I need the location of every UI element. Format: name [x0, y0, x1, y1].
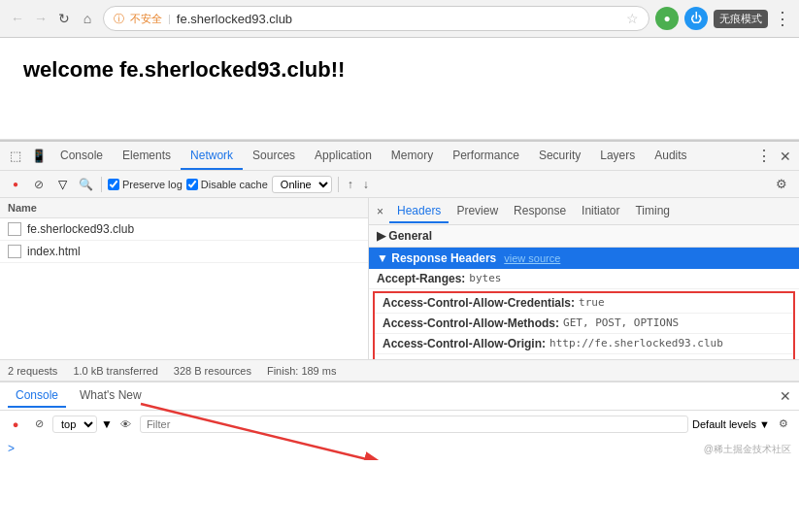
- tab-layers[interactable]: Layers: [590, 143, 645, 170]
- file-list-header: Name: [0, 198, 368, 218]
- detail-tab-initiator[interactable]: Initiator: [574, 200, 627, 223]
- more-tabs-icon[interactable]: ⋮: [752, 147, 776, 165]
- more-button[interactable]: ⋮: [774, 8, 791, 29]
- console-stop-button[interactable]: ⊘: [29, 415, 49, 434]
- resources-size: 328 B resources: [174, 365, 251, 377]
- back-button[interactable]: ←: [8, 9, 27, 28]
- header-value: GET, POST, OPTIONS: [563, 316, 679, 330]
- console-levels-select[interactable]: Default levels ▼: [692, 418, 770, 430]
- detail-tab-response[interactable]: Response: [506, 200, 574, 223]
- import-har-button[interactable]: ↑: [345, 178, 356, 191]
- header-row: Accept-Ranges: bytes: [369, 269, 799, 289]
- view-source-link[interactable]: view source: [504, 252, 560, 264]
- toolbar-divider-2: [338, 177, 339, 192]
- devtools-main: Name fe.sherlocked93.club index.html × H…: [0, 198, 799, 359]
- filter-button[interactable]: ▽: [52, 175, 72, 194]
- tab-security[interactable]: Security: [529, 143, 590, 170]
- transferred-size: 1.0 kB transferred: [73, 365, 157, 377]
- tab-memory[interactable]: Memory: [382, 143, 443, 170]
- close-devtools-icon[interactable]: ✕: [776, 149, 795, 164]
- separator: |: [168, 13, 171, 24]
- detail-tab-headers[interactable]: Headers: [389, 200, 449, 223]
- stop-recording-button[interactable]: ⊘: [29, 175, 49, 194]
- preserve-log-text: Preserve log: [122, 179, 183, 190]
- page-content: welcome fe.sherlocked93.club!!: [0, 38, 799, 140]
- inspect-element-icon[interactable]: ⬚: [4, 145, 27, 168]
- nav-buttons: ← → ↻ ⌂: [8, 9, 97, 28]
- console-tab-whats-new[interactable]: What's New: [72, 384, 150, 408]
- reload-button[interactable]: ↻: [54, 9, 74, 28]
- address-bar[interactable]: ⓘ 不安全 | fe.sherlocked93.club ☆: [103, 6, 649, 31]
- tab-performance[interactable]: Performance: [443, 143, 529, 170]
- throttle-select[interactable]: Online: [272, 176, 332, 193]
- detail-tab-preview[interactable]: Preview: [449, 200, 506, 223]
- header-value: bytes: [469, 272, 501, 285]
- close-console-icon[interactable]: ✕: [780, 388, 791, 404]
- tab-elements[interactable]: Elements: [113, 143, 181, 170]
- disable-cache-text: Disable cache: [201, 179, 268, 190]
- page-title: welcome fe.sherlocked93.club!!: [23, 57, 776, 83]
- file-list: Name fe.sherlocked93.club index.html: [0, 198, 369, 359]
- detail-tab-timing[interactable]: Timing: [627, 200, 678, 223]
- devtools-tabs: ⬚ 📱 Console Elements Network Sources App…: [0, 142, 799, 171]
- detail-panel: × Headers Preview Response Initiator Tim…: [369, 198, 799, 359]
- requests-count: 2 requests: [8, 365, 57, 377]
- action-button-green[interactable]: ●: [655, 7, 679, 30]
- search-button[interactable]: 🔍: [76, 175, 95, 194]
- disable-cache-checkbox[interactable]: [186, 179, 198, 190]
- response-headers-title: ▼ Response Headers: [377, 251, 496, 265]
- console-bar: Console What's New ✕: [0, 381, 799, 410]
- tab-network[interactable]: Network: [181, 143, 243, 170]
- tab-sources[interactable]: Sources: [243, 143, 305, 170]
- browser-actions: ● ⏻ 无痕模式 ⋮: [655, 7, 791, 30]
- tab-application[interactable]: Application: [305, 143, 382, 170]
- tab-console[interactable]: Console: [50, 143, 113, 170]
- header-row: Access-Control-Allow-Methods: GET, POST,…: [375, 314, 793, 334]
- general-section-header[interactable]: ▶ General: [369, 225, 799, 248]
- header-name: Accept-Ranges:: [377, 272, 465, 285]
- file-icon: [8, 245, 21, 258]
- console-input-bar: ● ⊘ top ▼ 👁 Default levels ▼ ⚙: [0, 410, 799, 437]
- console-prompt-icon: >: [8, 442, 15, 455]
- close-detail-icon[interactable]: ×: [377, 205, 383, 218]
- status-bar: 2 requests 1.0 kB transferred 328 B reso…: [0, 359, 799, 381]
- console-context-select[interactable]: top: [52, 416, 97, 433]
- list-item[interactable]: index.html: [0, 241, 368, 263]
- console-settings-button[interactable]: ⚙: [774, 415, 793, 434]
- record-button[interactable]: ●: [6, 175, 25, 194]
- export-har-button[interactable]: ↓: [360, 178, 372, 191]
- console-tab-console[interactable]: Console: [8, 384, 66, 408]
- list-item[interactable]: fe.sherlocked93.club: [0, 218, 368, 241]
- home-button[interactable]: ⌂: [78, 9, 97, 28]
- action-button-blue[interactable]: ⏻: [684, 7, 708, 30]
- bookmark-icon[interactable]: ☆: [626, 11, 639, 26]
- address-text: fe.sherlocked93.club: [177, 12, 620, 26]
- network-settings-icon[interactable]: ⚙: [770, 173, 793, 196]
- console-filter-input[interactable]: [140, 416, 688, 433]
- console-record-button[interactable]: ●: [6, 415, 25, 434]
- header-value: http://fe.sherlocked93.club: [549, 337, 723, 350]
- devtools-panel: ⬚ 📱 Console Elements Network Sources App…: [0, 140, 799, 460]
- mode-label: 无痕模式: [714, 10, 768, 28]
- insecure-label: 不安全: [130, 12, 162, 26]
- general-section-title: ▶ General: [377, 229, 432, 243]
- tab-audits[interactable]: Audits: [645, 143, 696, 170]
- forward-button[interactable]: →: [31, 9, 50, 28]
- console-triangle-icon: ▼: [101, 417, 113, 431]
- browser-toolbar: ← → ↻ ⌂ ⓘ 不安全 | fe.sherlocked93.club ☆ ●…: [0, 0, 799, 37]
- preserve-log-checkbox[interactable]: [108, 179, 119, 190]
- file-name: index.html: [27, 245, 81, 258]
- header-name: Access-Control-Allow-Methods:: [383, 316, 559, 330]
- device-toolbar-icon[interactable]: 📱: [27, 145, 50, 168]
- watermark: @稀土掘金技术社区: [704, 443, 791, 456]
- finish-time: Finish: 189 ms: [267, 365, 337, 377]
- file-name: fe.sherlocked93.club: [27, 222, 134, 236]
- header-value: true: [579, 296, 605, 310]
- header-name: Access-Control-Allow-Credentials:: [383, 296, 575, 310]
- browser-chrome: ← → ↻ ⌂ ⓘ 不安全 | fe.sherlocked93.club ☆ ●…: [0, 0, 799, 38]
- preserve-log-label[interactable]: Preserve log: [108, 179, 183, 190]
- network-toolbar: ● ⊘ ▽ 🔍 Preserve log Disable cache Onlin…: [0, 171, 799, 198]
- console-eye-button[interactable]: 👁: [117, 415, 136, 434]
- disable-cache-label[interactable]: Disable cache: [186, 179, 268, 190]
- console-prompt-bar[interactable]: >: [0, 437, 799, 460]
